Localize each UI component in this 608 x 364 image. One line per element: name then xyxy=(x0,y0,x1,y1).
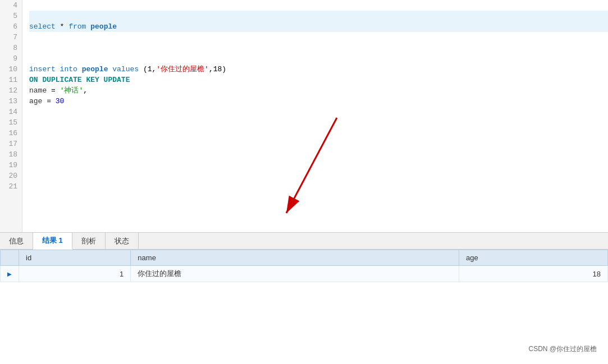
code-line-12: name = '神话', xyxy=(29,85,608,96)
results-table: id name age ▶ 1 你住过的屋檐 18 xyxy=(0,250,608,282)
code-line-10: insert into people values (1,'你住过的屋檐',18… xyxy=(29,64,608,75)
cell-name: 你住过的屋檐 xyxy=(131,266,459,282)
watermark: CSDN @你住过的屋檐 xyxy=(528,344,597,354)
code-line-9 xyxy=(29,53,608,64)
code-line-21 xyxy=(29,181,608,192)
code-editor[interactable]: 4 5 6 7 8 9 10 11 12 13 14 15 16 17 18 1… xyxy=(0,0,608,233)
table-header-row: id name age xyxy=(1,250,608,266)
code-line-17 xyxy=(29,139,608,149)
tab-status[interactable]: 状态 xyxy=(106,233,139,250)
col-header-indicator xyxy=(1,250,19,266)
code-line-18 xyxy=(29,149,608,160)
code-line-15 xyxy=(29,117,608,128)
bottom-section: 信息 结果 1 剖析 状态 id name age ▶ 1 你住过的屋檐 18 xyxy=(0,233,608,364)
cell-id: 1 xyxy=(19,266,131,282)
tab-results[interactable]: 结果 1 xyxy=(33,233,72,250)
code-line-14 xyxy=(29,107,608,117)
code-line-5 xyxy=(29,11,608,21)
code-line-8 xyxy=(29,43,608,53)
row-indicator: ▶ xyxy=(1,266,19,282)
col-header-id: id xyxy=(19,250,131,266)
code-line-19 xyxy=(29,160,608,171)
col-header-name: name xyxy=(131,250,459,266)
code-line-4 xyxy=(29,0,608,11)
code-line-6: select * from people xyxy=(29,21,608,32)
code-line-13: age = 30 xyxy=(29,96,608,107)
code-line-16 xyxy=(29,128,608,139)
code-line-11: ON DUPLICATE KEY UPDATE xyxy=(29,75,608,85)
code-lines[interactable]: select * from people insert into people … xyxy=(22,0,608,232)
col-header-age: age xyxy=(459,250,607,266)
tab-info[interactable]: 信息 xyxy=(0,233,33,250)
tab-profile[interactable]: 剖析 xyxy=(72,233,106,250)
tabs-bar: 信息 结果 1 剖析 状态 xyxy=(0,233,608,250)
code-line-20 xyxy=(29,171,608,181)
results-area[interactable]: id name age ▶ 1 你住过的屋檐 18 xyxy=(0,250,608,364)
table-row: ▶ 1 你住过的屋檐 18 xyxy=(1,266,608,282)
line-numbers: 4 5 6 7 8 9 10 11 12 13 14 15 16 17 18 1… xyxy=(0,0,22,232)
cell-age: 18 xyxy=(459,266,607,282)
code-line-7 xyxy=(29,32,608,43)
